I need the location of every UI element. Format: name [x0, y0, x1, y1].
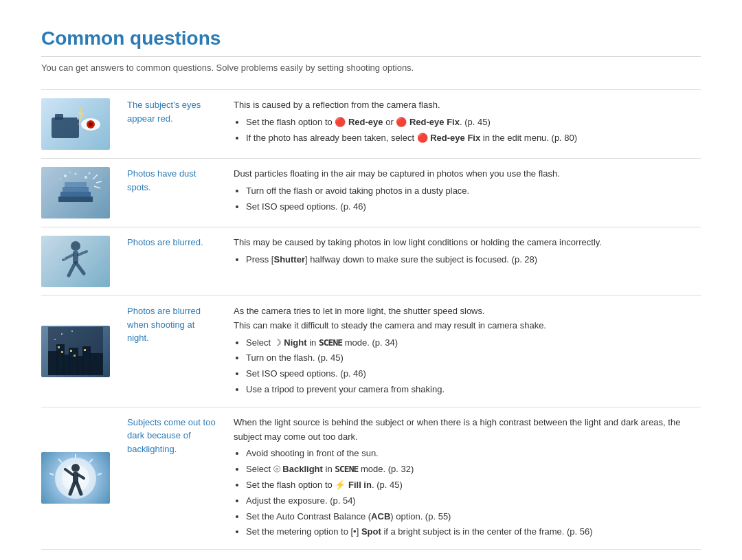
row-image-cell	[41, 159, 117, 227]
svg-rect-7	[58, 197, 93, 202]
row-solution-cell: This may be caused by taking photos in l…	[227, 227, 701, 296]
svg-point-13	[85, 176, 87, 179]
svg-point-5	[89, 122, 93, 126]
svg-line-19	[94, 186, 100, 188]
solution-text: When the light source is behind the subj…	[234, 416, 694, 445]
dust-illustration	[45, 169, 106, 217]
svg-rect-1	[55, 114, 63, 120]
issue-label: Subjects come out too dark because of ba…	[127, 417, 216, 454]
list-item: Select ☽ Night in SCENE mode. (p. 34)	[246, 336, 694, 350]
issue-label: Photos have dust spots.	[127, 168, 196, 192]
faq-table: The subject's eyes appear red. This is c…	[41, 89, 701, 550]
svg-rect-40	[74, 355, 76, 357]
svg-line-56	[58, 459, 62, 462]
list-item: Press [Shutter] halfway down to make sur…	[246, 253, 694, 267]
svg-rect-36	[89, 353, 103, 375]
list-item: Set the metering option to [•] Spot if a…	[246, 525, 694, 539]
issue-label: Photos are blurred.	[127, 237, 203, 247]
svg-point-11	[64, 175, 67, 177]
solution-list: Select ☽ Night in SCENE mode. (p. 34) Tu…	[246, 336, 694, 397]
svg-point-14	[69, 172, 71, 173]
row-issue-cell: Photos are blurred.	[117, 227, 227, 296]
svg-rect-37	[58, 346, 60, 348]
svg-point-42	[61, 333, 63, 335]
list-item: Turn on the flash. (p. 45)	[246, 351, 694, 366]
row-image	[41, 452, 110, 504]
svg-line-54	[89, 459, 93, 462]
svg-point-43	[71, 331, 73, 332]
list-item: Use a tripod to prevent your camera from…	[246, 383, 694, 397]
night-illustration	[45, 327, 106, 375]
solution-list: Turn off the flash or avoid taking photo…	[246, 184, 694, 214]
svg-line-24	[69, 263, 75, 276]
solution-text: Dust particles floating in the air may b…	[234, 167, 694, 181]
list-item: Set ISO speed options. (p. 46)	[246, 200, 694, 214]
page-subtitle: You can get answers to common questions.…	[41, 63, 701, 73]
row-image	[41, 326, 110, 377]
svg-point-47	[71, 464, 80, 472]
row-image-cell	[41, 90, 117, 159]
svg-rect-38	[61, 351, 63, 353]
table-row: Photos are blurred when shooting at nigh…	[41, 296, 701, 407]
svg-point-20	[71, 241, 80, 251]
list-item: Set the flash option to 🔴 Red-eye or 🔴 R…	[246, 115, 694, 130]
svg-rect-9	[63, 187, 89, 192]
row-solution-cell: Dust particles floating in the air may b…	[227, 159, 701, 227]
svg-point-12	[75, 172, 77, 175]
solution-text2: This can make it difficult to steady the…	[234, 319, 694, 333]
row-solution-cell: As the camera tries to let in more light…	[227, 296, 701, 407]
solution-text: As the camera tries to let in more light…	[234, 304, 694, 319]
list-item: Avoid shooting in front of the sun.	[246, 447, 694, 461]
svg-point-16	[60, 178, 61, 179]
svg-point-44	[54, 339, 56, 340]
svg-rect-0	[52, 117, 79, 138]
list-item: If the photo has already been taken, sel…	[246, 131, 694, 146]
table-row: Photos have dust spots. Dust particles f…	[41, 159, 701, 227]
list-item: Adjust the exposure. (p. 54)	[246, 494, 694, 508]
svg-rect-10	[65, 182, 87, 188]
list-item: Set the Auto Contrast Balance (ACB) opti…	[246, 510, 694, 524]
table-row: Photos are blurred. This may be caused b…	[41, 227, 701, 296]
issue-label: Photos are blurred when shooting at nigh…	[127, 306, 201, 343]
list-item: Set ISO speed options. (p. 46)	[246, 367, 694, 381]
issue-label: The subject's eyes appear red.	[127, 100, 201, 124]
page-title: Common questions	[41, 27, 701, 57]
svg-line-57	[49, 473, 54, 475]
red-eye-illustration	[45, 100, 106, 148]
list-item: Set the flash option to ⚡ Fill in. (p. 4…	[246, 478, 694, 493]
row-image-cell	[41, 407, 117, 549]
blurred-illustration	[45, 238, 106, 286]
solution-text: This is caused by a reflection from the …	[234, 98, 694, 113]
row-issue-cell: Photos have dust spots.	[117, 159, 227, 227]
row-image	[41, 167, 110, 219]
svg-rect-39	[70, 350, 72, 352]
backlight-illustration	[45, 454, 106, 502]
row-solution-cell: This is caused by a reflection from the …	[227, 90, 701, 159]
row-image	[41, 98, 110, 150]
row-image-cell	[41, 296, 117, 407]
row-issue-cell: The subject's eyes appear red.	[117, 90, 227, 159]
row-image	[41, 236, 110, 287]
table-row: Subjects come out too dark because of ba…	[41, 407, 701, 549]
solution-list: Press [Shutter] halfway down to make sur…	[246, 253, 694, 267]
list-item: Turn off the flash or avoid taking photo…	[246, 184, 694, 199]
svg-rect-21	[73, 251, 78, 263]
list-item: Select ⦾ Backlight in SCENE mode. (p. 32…	[246, 462, 694, 477]
svg-line-17	[93, 175, 98, 179]
svg-line-25	[76, 263, 84, 273]
svg-line-18	[96, 181, 102, 183]
table-row: The subject's eyes appear red. This is c…	[41, 90, 701, 159]
solution-text: This may be caused by taking photos in l…	[234, 236, 694, 250]
row-solution-cell: When the light source is behind the subj…	[227, 407, 701, 549]
svg-line-23	[78, 251, 87, 255]
svg-rect-8	[60, 192, 91, 197]
svg-line-55	[98, 473, 102, 475]
solution-list: Avoid shooting in front of the sun. Sele…	[246, 447, 694, 539]
solution-list: Set the flash option to 🔴 Red-eye or 🔴 R…	[246, 115, 694, 146]
row-issue-cell: Photos are blurred when shooting at nigh…	[117, 296, 227, 407]
svg-rect-41	[84, 349, 86, 351]
row-issue-cell: Subjects come out too dark because of ba…	[117, 407, 227, 549]
svg-point-15	[89, 172, 91, 174]
row-image-cell	[41, 227, 117, 296]
